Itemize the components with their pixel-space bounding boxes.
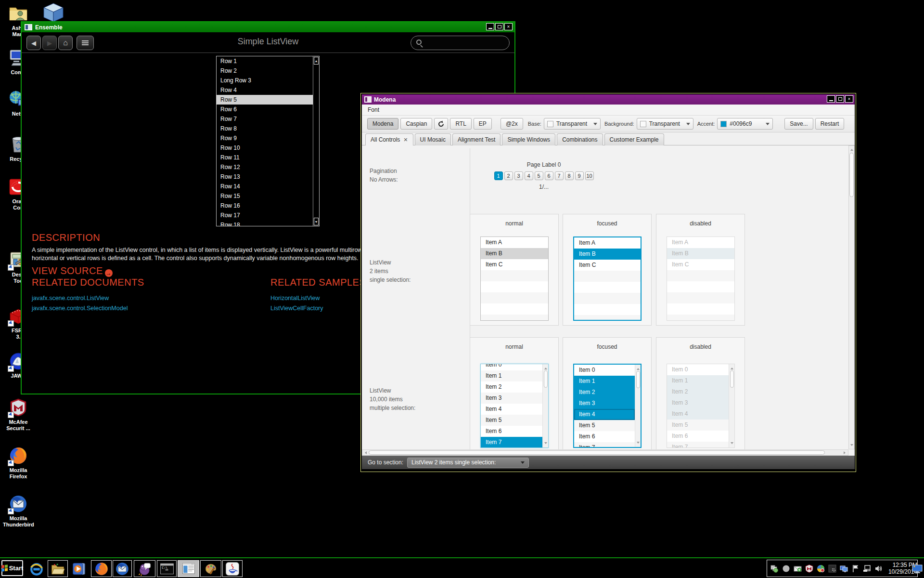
listview-item[interactable] <box>481 281 548 292</box>
listview-row[interactable]: Row 4 <box>217 85 319 95</box>
page-button-2[interactable]: 2 <box>504 171 513 180</box>
scroll-up-icon[interactable] <box>637 367 640 370</box>
quick-launch-ie[interactable] <box>28 560 45 577</box>
listview-row[interactable]: Long Row 3 <box>217 76 319 85</box>
page-button-1[interactable]: 1 <box>494 171 503 180</box>
tray-shapes-icon[interactable] <box>770 565 779 573</box>
ep-button[interactable]: EP <box>474 118 492 130</box>
listview-item[interactable]: Item 0 <box>667 364 729 375</box>
scroll-down-icon[interactable]: ▼ <box>314 218 319 225</box>
listview-row[interactable]: Row 8 <box>217 124 319 133</box>
tray-moon-icon[interactable] <box>782 565 790 573</box>
listview-item[interactable]: Item 5 <box>481 415 542 426</box>
content-vertical-scrollbar[interactable] <box>848 145 855 449</box>
listview-item[interactable]: Item B <box>667 248 734 259</box>
listview-item[interactable]: Item 4 <box>481 404 542 415</box>
listview-row[interactable]: Row 18 <box>217 220 319 226</box>
vscroll-thumb[interactable] <box>849 153 854 197</box>
listview-large-normal[interactable]: Item 0Item 1Item 2Item 3Item 4Item 5Item… <box>480 364 549 448</box>
theme-caspian-button[interactable]: Caspian <box>400 118 432 130</box>
quick-launch-cmd[interactable]: C:\ <box>157 560 177 577</box>
scroll-down-icon[interactable] <box>731 442 733 446</box>
quick-launch-thunderbird[interactable] <box>113 560 132 577</box>
listview-row[interactable]: Row 14 <box>217 182 319 191</box>
quick-launch-media-player[interactable] <box>72 560 87 577</box>
tab-customer-example[interactable]: Customer Example <box>604 133 664 145</box>
quick-launch-folder[interactable] <box>48 560 68 577</box>
listview-row[interactable]: Row 15 <box>217 191 319 201</box>
listview-item[interactable]: Item 5 <box>574 420 635 431</box>
listview-item[interactable]: Item C <box>481 259 548 270</box>
desktop-icon-firefox[interactable]: MozillaFirefox <box>3 446 34 480</box>
listview-small-normal[interactable]: Item AItem BItem C <box>480 236 549 321</box>
minimize-button[interactable] <box>827 95 835 103</box>
desktop-icon-mcafee[interactable]: McAfeeSecurit ... <box>3 398 34 432</box>
listview-scrollbar[interactable] <box>729 364 734 447</box>
listview-item[interactable]: Item 6 <box>481 426 542 437</box>
goto-section-combo[interactable]: ListView 2 items single selection: <box>407 458 529 468</box>
listview-item[interactable]: Item 4 <box>574 409 635 420</box>
listview-item[interactable]: Item 1 <box>574 376 635 387</box>
listview-row[interactable]: Row 9 <box>217 133 319 143</box>
sample-link-horizontallistview[interactable]: HorizontalListView <box>270 295 320 302</box>
view-source-link[interactable]: VIEW SOURCE→ <box>32 265 113 277</box>
page-button-4[interactable]: 4 <box>525 171 533 180</box>
listview-item[interactable]: Item 3 <box>481 393 542 404</box>
listview-scrollbar[interactable]: ▲ ▼ <box>313 56 319 226</box>
listview-item[interactable]: Item 0 <box>574 365 635 376</box>
listview-item[interactable]: Item 7 <box>481 437 542 448</box>
page-button-8[interactable]: 8 <box>565 171 574 180</box>
listview-item[interactable] <box>574 315 641 321</box>
scroll-down-icon[interactable] <box>850 444 853 447</box>
tab-alignment-test[interactable]: Alignment Test <box>452 133 501 145</box>
listview-item[interactable]: Item C <box>574 260 641 271</box>
listview-scrollbar[interactable] <box>542 364 548 447</box>
listview-small-disabled[interactable]: Item AItem BItem C <box>667 236 735 321</box>
start-button[interactable]: Start <box>1 560 23 576</box>
listview-item[interactable]: Item 0 <box>481 364 542 370</box>
listview-item[interactable] <box>574 293 641 304</box>
reload-button[interactable] <box>434 118 448 130</box>
listview-item[interactable]: Item 2 <box>481 381 542 393</box>
doc-link-selectionmodel[interactable]: javafx.scene.control.SelectionModel <box>32 305 128 312</box>
sample-link-listviewcellfactory[interactable]: ListViewCellFactory <box>270 305 323 312</box>
ensemble-titlebar[interactable]: Ensemble × <box>22 22 514 32</box>
hscroll-thumb[interactable] <box>369 450 825 455</box>
page-button-9[interactable]: 9 <box>575 171 584 180</box>
tray-net-monitor-icon[interactable] <box>863 565 871 573</box>
listview-item[interactable] <box>667 315 734 321</box>
close-tab-icon[interactable]: ✕ <box>403 137 408 143</box>
scroll-down-icon[interactable] <box>637 442 640 445</box>
accent-combo[interactable]: #0096c9 <box>717 118 773 130</box>
desktop-icon-thunderbird[interactable]: MozillaThunderbird <box>3 494 34 528</box>
listview-item[interactable]: Item 4 <box>667 408 729 420</box>
listview-item[interactable]: Item A <box>574 237 641 249</box>
tray-volume-icon[interactable] <box>874 565 883 573</box>
listview-item[interactable]: Item A <box>667 237 734 248</box>
retina-2x-button[interactable]: @2x <box>500 118 523 130</box>
listview-item[interactable]: Item B <box>481 248 548 259</box>
rtl-button[interactable]: RTL <box>450 118 471 130</box>
listview-item[interactable] <box>667 270 734 281</box>
scroll-up-icon[interactable] <box>850 147 853 151</box>
listview-item[interactable] <box>481 303 548 315</box>
listview-row[interactable]: Row 2 <box>217 66 319 76</box>
listview-item[interactable]: Item 2 <box>667 386 729 397</box>
listview-item[interactable]: Item A <box>481 237 548 248</box>
tab-all-controls[interactable]: All Controls✕ <box>365 133 413 145</box>
tray-grid-icon[interactable] <box>828 565 836 573</box>
listview-row[interactable]: Row 7 <box>217 114 319 124</box>
quick-launch-pidgin[interactable] <box>134 560 155 577</box>
listview-row[interactable]: Row 10 <box>217 143 319 153</box>
listview-row[interactable]: Row 12 <box>217 162 319 172</box>
scrollbar-thumb[interactable] <box>544 370 548 388</box>
listview-item[interactable] <box>667 281 734 292</box>
quick-launch-palette[interactable] <box>200 560 221 577</box>
listview-item[interactable] <box>667 303 734 315</box>
listview-item[interactable] <box>574 282 641 293</box>
sample-listview[interactable]: Row 1Row 2Long Row 3Row 4Row 5Row 6Row 7… <box>216 56 320 226</box>
scrollbar-thumb[interactable] <box>636 371 640 388</box>
listview-row[interactable]: Row 1 <box>217 56 319 66</box>
theme-modena-button[interactable]: Modena <box>367 118 398 130</box>
minimize-button[interactable] <box>486 23 494 30</box>
